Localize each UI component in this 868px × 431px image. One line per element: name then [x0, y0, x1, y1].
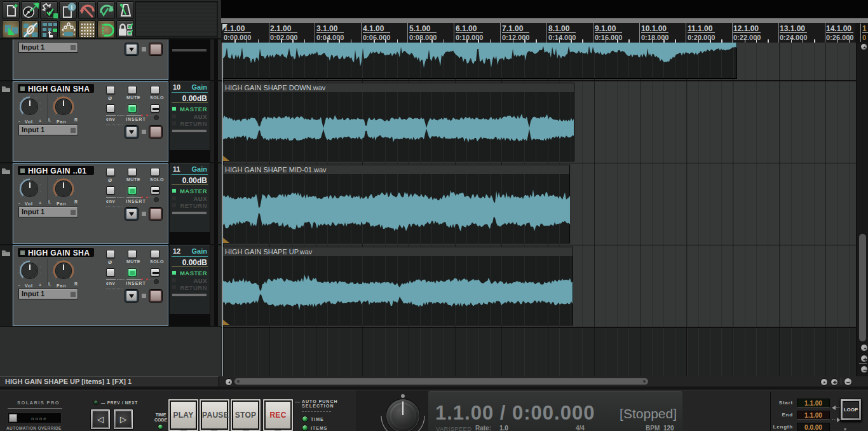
- svg-text:i: i: [71, 4, 73, 11]
